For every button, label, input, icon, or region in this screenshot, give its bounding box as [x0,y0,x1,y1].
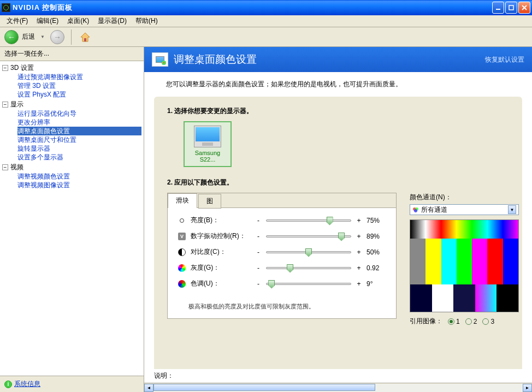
monitor-icon [194,126,221,147]
dropdown-arrow-icon[interactable]: ▼ [508,205,516,214]
ref-label-1: 1 [456,318,460,325]
brightness-value: 75% [367,217,386,224]
tree-link-physx[interactable]: 设置 PhysX 配置 [17,90,141,99]
plus-icon: + [356,264,362,272]
main-area: 选择一项任务... −3D 设置 通过预览调整图像设置 管理 3D 设置 设置 … [0,47,532,392]
svg-point-8 [414,209,417,212]
task-tree: −3D 设置 通过预览调整图像设置 管理 3D 设置 设置 PhysX 配置 −… [0,61,144,376]
menu-display[interactable]: 显示器(D) [93,15,131,27]
tree-group-3d: 3D 设置 [10,64,34,72]
brightness-slider[interactable] [266,219,351,222]
back-dropdown-icon[interactable]: ▼ [40,34,45,39]
gamma-icon [178,264,186,272]
ref-image-row: 引用图像： 1 2 3 [410,317,519,326]
tree-link-color[interactable]: 调整桌面颜色设置 [17,127,141,135]
slider-row-contrast: 对比度(C)： - + 50% [178,247,386,257]
plus-icon: + [356,248,362,256]
menu-help[interactable]: 帮助(H) [131,15,162,27]
menu-desktop[interactable]: 桌面(K) [63,15,93,27]
dvc-label: 数字振动控制(R)： [191,231,251,241]
window-title: NVIDIA 控制面板 [13,3,492,13]
svg-rect-1 [509,5,513,10]
tree-link-rotate[interactable]: 旋转显示器 [17,144,141,153]
minus-icon: - [255,248,262,256]
tab-graph[interactable]: 图 [198,194,221,209]
monitor-selector[interactable]: Samsung S22... [184,121,232,167]
tree-group-video: 视频 [10,163,23,171]
window-buttons [492,2,530,14]
slider-row-brightness: 亮度(B)： - + 75% [178,216,386,225]
channel-value: 所有通道 [421,205,447,215]
tab-strip: 滑块 图 [168,193,396,208]
dvc-slider[interactable] [266,235,351,237]
gamma-slider[interactable] [266,267,351,269]
tree-link-vcolor[interactable]: 调整视频颜色设置 [17,172,141,181]
page-header: 调整桌面颜色设置 恢复默认设置 [144,47,532,72]
menu-edit[interactable]: 编辑(E) [32,15,63,27]
maximize-button[interactable] [505,2,517,14]
back-button[interactable]: ← [4,30,19,44]
collapse-icon[interactable]: − [2,102,8,108]
tab-slider[interactable]: 滑块 [168,193,197,208]
collapse-icon[interactable]: − [2,65,8,71]
menu-bar: 文件(F) 编辑(E) 桌面(K) 显示器(D) 帮助(H) [0,15,532,27]
close-button[interactable] [518,2,530,14]
dvc-value: 89% [367,233,386,240]
channel-column: 颜色通道(N)： 所有通道 ▼ 引用图像： 1 2 3 [410,193,519,326]
home-button[interactable] [78,30,92,44]
scroll-right-arrow[interactable]: ► [523,384,532,392]
contrast-slider[interactable] [266,251,351,253]
slider-list: 亮度(B)： - + 75% V 数字振动控制(R)： - + [168,208,396,302]
tree-link-resolution[interactable]: 更改分辨率 [17,118,141,127]
color-preview [410,219,519,312]
minimize-button[interactable] [492,2,504,14]
sidebar: 选择一项任务... −3D 设置 通过预览调整图像设置 管理 3D 设置 设置 … [0,47,144,392]
step2-title: 2. 应用以下颜色设置。 [167,178,509,187]
page-description: 您可以调整显示器的桌面颜色设置；如果您使用的是电视机，也可提升画面质量。 [144,72,532,97]
ref-radio-2[interactable] [465,318,472,325]
title-bar: NVIDIA 控制面板 [0,0,532,15]
slider-panel: 滑块 图 亮度(B)： - + 75% V [167,193,397,319]
minus-icon: - [255,217,262,224]
page-header-icon [152,52,168,67]
tree-link-optimize[interactable]: 运行显示器优化向导 [17,109,141,118]
horizontal-scrollbar[interactable]: ◄ ► [144,383,532,392]
svg-rect-5 [84,38,86,41]
brightness-label: 亮度(B)： [191,216,251,225]
slider-note: 极高和极低的亮度及对比度值可限制灰度范围。 [168,302,396,318]
scroll-track[interactable] [153,384,523,392]
sidebar-header: 选择一项任务... [0,47,144,61]
minus-icon: - [255,233,262,240]
contrast-label: 对比度(C)： [191,247,251,257]
ref-label: 引用图像： [410,317,442,326]
channel-label: 颜色通道(N)： [410,193,519,202]
tree-link-vimage[interactable]: 调整视频图像设置 [17,181,141,189]
scroll-left-arrow[interactable]: ◄ [144,384,153,392]
gamma-value: 0.92 [367,264,386,272]
back-label: 后退 [22,32,35,41]
tree-link-sizepos[interactable]: 调整桌面尺寸和位置 [17,135,141,144]
ref-radio-3[interactable] [482,318,489,325]
tree-link-multi[interactable]: 设置多个显示器 [17,153,141,162]
hue-label: 色调(U)： [191,279,251,288]
menu-file[interactable]: 文件(F) [2,15,32,27]
app-icon [2,3,10,12]
system-info-link[interactable]: 系统信息 [14,379,40,389]
sidebar-footer: i 系统信息 [0,376,144,392]
ref-radio-1[interactable] [448,318,454,325]
gamma-label: 灰度(G)： [191,263,251,272]
tree-link-preview[interactable]: 通过预览调整图像设置 [17,73,141,81]
restore-defaults-link[interactable]: 恢复默认设置 [485,55,524,64]
hue-slider[interactable] [266,283,351,285]
monitor-label: Samsung S22... [188,150,227,163]
plus-icon: + [356,217,362,224]
tree-link-manage3d[interactable]: 管理 3D 设置 [17,81,141,90]
info-icon: i [4,381,12,388]
tree-group-display: 显示 [10,100,23,108]
collapse-icon[interactable]: − [2,164,8,170]
slider-row-dvc: V 数字振动控制(R)： - + 89% [178,231,386,241]
scroll-thumb[interactable] [153,384,375,391]
channel-select[interactable]: 所有通道 ▼ [410,204,519,215]
slider-row-hue: 色调(U)： - + 9° [178,279,386,288]
content-area: 调整桌面颜色设置 恢复默认设置 您可以调整显示器的桌面颜色设置；如果您使用的是电… [144,47,532,392]
